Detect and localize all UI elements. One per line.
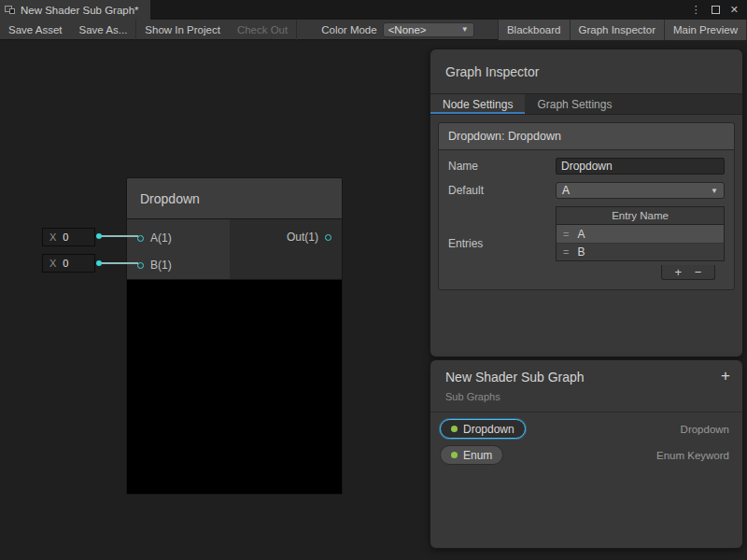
slot-a-value-field[interactable]: 0 bbox=[63, 231, 68, 243]
section-title: Dropdown: Dropdown bbox=[439, 123, 734, 150]
entries-row: Entries Entry Name = A = B bbox=[448, 206, 725, 280]
node-header[interactable]: Dropdown bbox=[126, 177, 343, 219]
tab-title: New Shader Sub Graph* bbox=[21, 5, 139, 16]
tab-new-shader-sub-graph[interactable]: New Shader Sub Graph* bbox=[0, 0, 150, 20]
color-mode-value: <None> bbox=[388, 24, 427, 35]
name-label: Name bbox=[448, 160, 556, 173]
save-as-button[interactable]: Save As... bbox=[71, 20, 136, 40]
node-settings-section: Dropdown: Dropdown Name Dropdown Default… bbox=[438, 122, 735, 290]
blackboard-item-type: Dropdown bbox=[681, 424, 729, 435]
drag-handle-icon[interactable]: = bbox=[563, 229, 569, 240]
default-row: Default A ▼ bbox=[448, 182, 725, 199]
unity-shader-graph-window: New Shader Sub Graph* ⋮ ✕ Save Asset Sav… bbox=[0, 0, 747, 560]
blackboard-subtitle: Sub Graphs bbox=[445, 391, 727, 402]
entry-name: A bbox=[577, 228, 585, 241]
entry-row-a[interactable]: = A bbox=[557, 225, 724, 243]
save-asset-button[interactable]: Save Asset bbox=[0, 20, 71, 40]
menu-icon[interactable]: ⋮ bbox=[691, 4, 701, 16]
entry-name: B bbox=[577, 245, 585, 259]
color-mode-dropdown[interactable]: <None> ▼ bbox=[383, 22, 474, 37]
slot-b-value-field[interactable]: 0 bbox=[63, 258, 68, 269]
entries-list-footer: + − bbox=[565, 265, 715, 280]
graph-inspector-title: Graph Inspector bbox=[430, 49, 742, 93]
blackboard-header: New Shader Sub Graph Sub Graphs + bbox=[430, 360, 742, 413]
port-label-a: A(1) bbox=[150, 231, 172, 245]
port-circle-out[interactable] bbox=[325, 234, 331, 241]
close-icon[interactable]: ✕ bbox=[730, 4, 739, 16]
entries-list-header: Entry Name bbox=[557, 207, 724, 225]
tab-node-settings[interactable]: Node Settings bbox=[430, 94, 525, 114]
toolbar: Save Asset Save As... Show In Project Ch… bbox=[0, 20, 747, 40]
output-port[interactable]: Out(1) bbox=[287, 231, 331, 244]
show-in-project-button[interactable]: Show In Project bbox=[136, 20, 229, 40]
edge-a-dot bbox=[96, 233, 102, 239]
port-label-b: B(1) bbox=[150, 259, 172, 272]
slot-b-axis-label: X bbox=[43, 258, 63, 269]
slot-value-b[interactable]: X 0 bbox=[42, 254, 95, 273]
input-port-b[interactable]: B(1) bbox=[137, 259, 172, 272]
maximize-icon[interactable] bbox=[712, 6, 720, 14]
blackboard-panel: New Shader Sub Graph Sub Graphs + Dropdo… bbox=[430, 359, 743, 549]
exposed-dot-icon bbox=[451, 452, 458, 458]
blackboard-item-label: Enum bbox=[463, 449, 492, 462]
graph-inspector-toggle-button[interactable]: Graph Inspector bbox=[570, 20, 664, 40]
toolbar-right-group: Blackboard Graph Inspector Main Preview bbox=[498, 20, 747, 40]
dropdown-node[interactable]: Dropdown A(1) B(1) Out(1) bbox=[126, 177, 343, 495]
tab-graph-settings[interactable]: Graph Settings bbox=[525, 94, 624, 114]
blackboard-item-label: Dropdown bbox=[463, 423, 514, 436]
remove-entry-button[interactable]: − bbox=[695, 266, 702, 278]
port-circle-a[interactable] bbox=[137, 235, 144, 242]
port-label-out: Out(1) bbox=[287, 231, 318, 244]
name-row: Name Dropdown bbox=[448, 158, 725, 175]
edge-a[interactable] bbox=[97, 235, 138, 237]
blackboard-toggle-button[interactable]: Blackboard bbox=[498, 20, 570, 40]
node-preview bbox=[126, 280, 343, 495]
color-mode-label: Color Mode bbox=[297, 24, 382, 35]
blackboard-item-dropdown[interactable]: Dropdown bbox=[440, 419, 526, 439]
name-input[interactable]: Dropdown bbox=[556, 158, 725, 175]
chevron-down-icon: ▼ bbox=[711, 187, 718, 195]
blackboard-row: Enum Enum Keyword bbox=[440, 445, 729, 465]
add-property-button[interactable]: + bbox=[721, 367, 730, 385]
title-bar: New Shader Sub Graph* ⋮ ✕ bbox=[0, 0, 747, 20]
window-controls: ⋮ ✕ bbox=[691, 4, 747, 16]
slot-value-a[interactable]: X 0 bbox=[42, 228, 95, 246]
entries-label: Entries bbox=[448, 237, 556, 250]
graph-inspector-panel: Graph Inspector Node Settings Graph Sett… bbox=[430, 49, 743, 357]
default-label: Default bbox=[448, 184, 556, 197]
blackboard-row: Dropdown Dropdown bbox=[440, 419, 729, 439]
slot-a-axis-label: X bbox=[43, 231, 63, 243]
exposed-dot-icon bbox=[451, 426, 458, 432]
default-dropdown[interactable]: A ▼ bbox=[556, 182, 725, 199]
add-entry-button[interactable]: + bbox=[675, 266, 683, 278]
port-circle-b[interactable] bbox=[137, 262, 144, 269]
blackboard-title: New Shader Sub Graph bbox=[445, 370, 727, 385]
drag-handle-icon[interactable]: = bbox=[563, 246, 569, 258]
inspector-tab-bar: Node Settings Graph Settings bbox=[430, 93, 742, 115]
check-out-button: Check Out bbox=[229, 20, 296, 40]
shader-graph-icon bbox=[5, 5, 15, 15]
blackboard-item-type: Enum Keyword bbox=[656, 450, 729, 461]
entry-row-b[interactable]: = B bbox=[557, 243, 724, 260]
blackboard-items: Dropdown Dropdown Enum Enum Keyword bbox=[430, 413, 742, 465]
edge-b-dot bbox=[96, 260, 102, 266]
default-dropdown-value: A bbox=[562, 184, 570, 197]
node-title: Dropdown bbox=[140, 191, 200, 206]
chevron-down-icon: ▼ bbox=[461, 25, 469, 34]
edge-b[interactable] bbox=[97, 262, 138, 264]
input-port-a[interactable]: A(1) bbox=[137, 231, 172, 245]
entries-list: Entry Name = A = B bbox=[556, 206, 725, 261]
node-port-area: A(1) B(1) Out(1) bbox=[126, 219, 343, 280]
main-preview-toggle-button[interactable]: Main Preview bbox=[664, 20, 747, 40]
blackboard-item-enum[interactable]: Enum bbox=[440, 445, 503, 465]
